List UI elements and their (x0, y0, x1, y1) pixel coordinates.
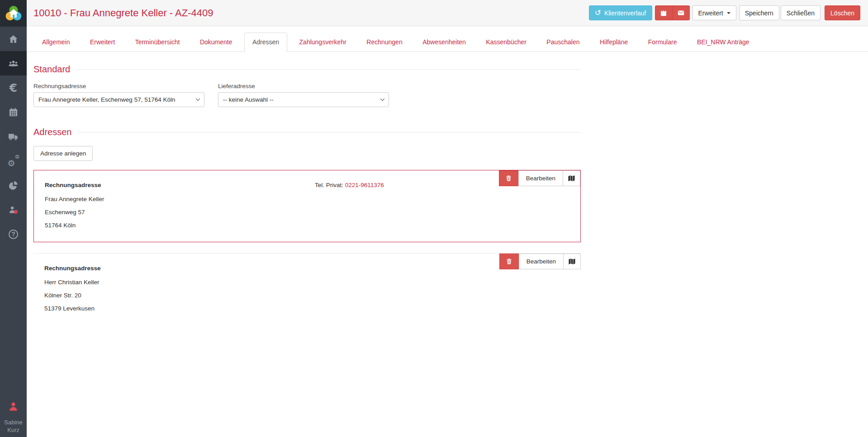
heading-rule (76, 69, 581, 70)
standard-fields: Rechnungsadresse Frau Annegrete Keller, … (33, 83, 581, 107)
envelope-icon (677, 9, 685, 17)
map-icon (568, 258, 576, 265)
sidebar-item-help[interactable]: ? (0, 222, 27, 246)
address-card-1-actions: Bearbeiten (499, 170, 580, 186)
heading-rule (78, 132, 581, 132)
sidebar-nav: € (0, 27, 27, 246)
loeschen-button[interactable]: Löschen (825, 5, 860, 20)
calendar-button[interactable] (655, 5, 673, 20)
topbar-actions: ↺ Klientenverlauf Erweitert S (589, 5, 860, 20)
speichern-button[interactable]: Speichern (739, 5, 779, 20)
section-heading-adressen: Adressen (33, 127, 581, 137)
trash-icon (505, 175, 512, 182)
tab-dokumente[interactable]: Dokumente (192, 33, 241, 52)
mail-button[interactable] (672, 5, 690, 20)
tab-abwesenheiten[interactable]: Abwesenheiten (414, 33, 474, 52)
main-content: Standard Rechnungsadresse Frau Annegrete… (27, 52, 868, 437)
tab-kassenbuecher[interactable]: Kassenbücher (478, 33, 535, 52)
delete-address-button[interactable] (499, 254, 519, 269)
tab-erweitert[interactable]: Erweitert (82, 33, 123, 52)
address-card-2: Bearbeiten Rechnungsadresse Herr Christi… (33, 253, 581, 320)
tab-terminuebersicht[interactable]: Terminübersicht (127, 33, 188, 52)
lieferadresse-label: Lieferadresse (218, 83, 389, 89)
adresse-anlegen-button[interactable]: Adresse anlegen (33, 146, 93, 161)
edit-address-button[interactable]: Bearbeiten (518, 170, 563, 186)
klientenverlauf-button[interactable]: ↺ Klientenverlauf (589, 5, 652, 20)
euro-icon: € (9, 82, 17, 94)
user-badge-icon (8, 205, 19, 215)
sidebar-item-settings[interactable]: ⚙⚙ (0, 149, 27, 173)
address-type: Rechnungsadresse (44, 264, 570, 273)
truck-icon (8, 132, 19, 142)
clients-icon (8, 58, 19, 69)
tab-formulare[interactable]: Formulare (640, 33, 685, 52)
tab-allgemein[interactable]: Allgemein (34, 33, 78, 52)
field-lieferadresse: Lieferadresse -- keine Auswahl -- (218, 83, 389, 107)
delete-address-button[interactable] (499, 170, 519, 186)
tab-bar: Allgemein Erweitert Terminübersicht Doku… (27, 26, 868, 52)
history-icon: ↺ (595, 9, 601, 17)
calendar-icon (660, 9, 667, 17)
app-logo[interactable] (0, 0, 27, 27)
tab-rechnungen[interactable]: Rechnungen (358, 33, 410, 52)
user-icon (7, 400, 19, 413)
sidebar-item-statistics[interactable] (0, 173, 27, 197)
map-address-button[interactable] (563, 254, 581, 269)
address-phone: Tel. Privat: 0221-9611376 (315, 181, 384, 189)
pie-chart-icon (8, 180, 19, 191)
gears-icon: ⚙⚙ (8, 155, 19, 167)
current-user-name: Sabine Kurz (0, 418, 27, 434)
address-line: Herr Christian Keller (44, 278, 570, 287)
topbar: 10010 - Frau Annegrete Keller - AZ-4409 … (27, 0, 868, 26)
sidebar-item-billing[interactable]: € (0, 75, 27, 100)
erweitert-button[interactable]: Erweitert (693, 5, 736, 20)
home-icon (8, 34, 19, 44)
logo-icon (4, 4, 24, 23)
tab-pauschalen[interactable]: Pauschalen (538, 33, 588, 52)
sidebar-user[interactable]: Sabine Kurz (0, 400, 27, 434)
address-line: Frau Annegrete Keller (45, 195, 569, 203)
sidebar-item-calendar[interactable] (0, 100, 27, 124)
address-card-2-actions: Bearbeiten (499, 254, 581, 269)
address-line: Kölner Str. 20 (44, 291, 570, 300)
tab-hilfeplaene[interactable]: Hilfepläne (592, 33, 636, 52)
section-heading-standard: Standard (33, 64, 581, 75)
trash-icon (506, 258, 512, 265)
caret-down-icon (727, 12, 730, 14)
rechnungsadresse-select[interactable]: Frau Annegrete Keller, Eschenweg 57, 517… (33, 92, 204, 107)
calendar-icon (8, 107, 19, 117)
phone-link[interactable]: 0221-9611376 (345, 182, 384, 188)
tab-bei-nrw-antraege[interactable]: BEI_NRW Anträge (689, 33, 758, 52)
sidebar-item-home[interactable] (0, 27, 27, 51)
address-line: Eschenweg 57 (45, 208, 569, 216)
edit-address-button[interactable]: Bearbeiten (519, 254, 564, 269)
lieferadresse-select[interactable]: -- keine Auswahl -- (218, 92, 389, 107)
sidebar-item-clients[interactable] (0, 51, 27, 75)
schliessen-button[interactable]: Schließen (781, 5, 821, 20)
sidebar: € (0, 0, 27, 437)
map-icon (568, 174, 575, 182)
sidebar-item-personnel[interactable] (0, 197, 27, 222)
address-card-1: Bearbeiten Rechnungsadresse Tel. Privat:… (33, 170, 581, 242)
help-icon: ? (9, 230, 18, 239)
map-address-button[interactable] (563, 170, 580, 186)
address-line: 51379 Leverkusen (44, 304, 570, 313)
tab-adressen[interactable]: Adressen (244, 33, 287, 52)
sidebar-item-logistics[interactable] (0, 124, 27, 149)
address-line: 51764 Köln (45, 221, 569, 230)
tab-zahlungsverkehr[interactable]: Zahlungsverkehr (291, 33, 355, 52)
address-type: Rechnungsadresse (45, 181, 569, 189)
field-rechnungsadresse: Rechnungsadresse Frau Annegrete Keller, … (33, 83, 204, 107)
rechnungsadresse-label: Rechnungsadresse (33, 83, 204, 89)
app-root: € (0, 0, 868, 437)
